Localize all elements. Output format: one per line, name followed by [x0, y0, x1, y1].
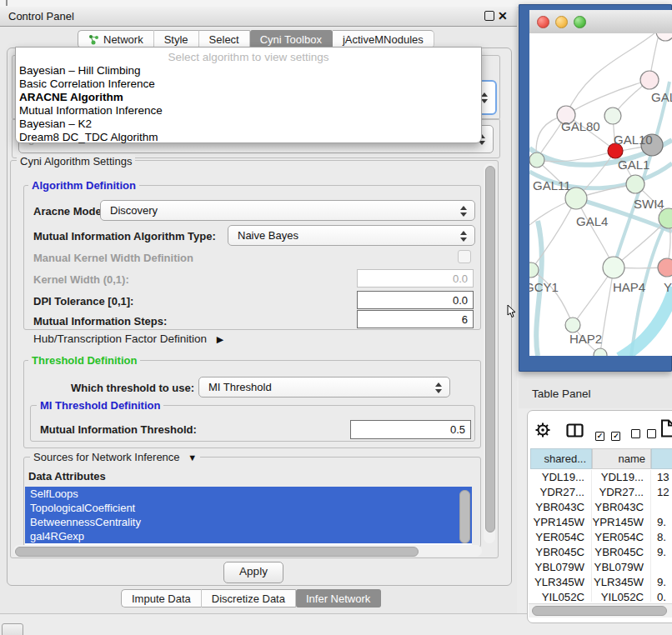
attribute-item-gal4rgexp[interactable]: gal4RGexp — [25, 529, 472, 543]
tab-discretize-data[interactable]: Discretize Data — [202, 589, 296, 608]
algorithm-option-bayesian-k2[interactable]: Bayesian – K2 — [16, 118, 481, 131]
table-cell: 0. — [651, 590, 666, 602]
table-hscroll-thumb[interactable] — [532, 606, 667, 616]
algorithm-option-mutual-information-inference[interactable]: Mutual Information Inference — [16, 104, 481, 118]
data-attributes-list: SelfLoopsTopologicalCoefficientBetweenne… — [25, 487, 472, 546]
tab-impute-data[interactable]: Impute Data — [121, 589, 202, 608]
apply-button[interactable]: Apply — [223, 562, 283, 583]
mi-threshold-input[interactable] — [350, 420, 471, 439]
mi-type-combo[interactable]: Naive Bayes — [228, 225, 475, 246]
hub-definition-toggle[interactable]: Hub/Transcription Factor Definition ▶ — [33, 332, 223, 345]
mi-steps-label: Mutual Information Steps: — [33, 315, 167, 328]
mi-threshold-legend: MI Threshold Definition — [37, 399, 163, 412]
select-all-checkboxes-icon[interactable]: ✓ ✓ — [595, 427, 620, 442]
settings-hscroll-thumb[interactable] — [15, 547, 419, 557]
network-node[interactable] — [640, 71, 659, 89]
settings-vscroll-thumb[interactable] — [485, 166, 495, 532]
close-icon[interactable]: ✕ — [498, 8, 508, 24]
table-panel-title: Table Panel — [532, 388, 591, 400]
table-row[interactable]: YBL079WYBL079W — [530, 560, 672, 575]
network-node[interactable] — [565, 318, 580, 332]
network-node[interactable] — [626, 175, 644, 193]
float-window-icon[interactable] — [484, 11, 494, 21]
manual-kernel-checkbox[interactable] — [458, 250, 471, 263]
network-node[interactable] — [658, 258, 672, 277]
network-node[interactable] — [529, 262, 539, 278]
attribute-item-betweennesscentrality[interactable]: BetweennessCentrality — [25, 515, 472, 529]
deselect-all-checkboxes-icon[interactable] — [631, 427, 656, 442]
tab-select[interactable]: Select — [199, 30, 250, 48]
combo-arrows-icon — [481, 92, 489, 103]
aracne-mode-combo[interactable]: Discovery — [100, 200, 475, 221]
table-row[interactable]: YDR27...YDR27...12 — [530, 485, 672, 500]
attribute-list-scrollbar[interactable] — [459, 490, 470, 543]
top-divider-tick — [6, 0, 8, 6]
tab-infer-network[interactable]: Infer Network — [296, 589, 381, 608]
aracne-mode-value: Discovery — [110, 204, 158, 217]
table-row[interactable]: YLR345WYLR345W9. — [530, 575, 672, 590]
table-cell: YBR045C — [530, 545, 592, 560]
tab-label: Impute Data — [132, 592, 191, 605]
tab-label: jActiveMNodules — [343, 33, 424, 46]
hub-definition-label: Hub/Transcription Factor Definition — [33, 332, 207, 345]
algorithm-definition-legend: Algorithm Definition — [28, 179, 139, 192]
dpi-tolerance-input[interactable] — [357, 291, 474, 309]
sources-legend[interactable]: Sources for Network Inference ▼ — [30, 451, 200, 463]
tab-label: Infer Network — [306, 592, 370, 605]
tab-network[interactable]: Network — [78, 30, 154, 48]
tab-label: Select — [209, 33, 239, 46]
table-cell — [651, 500, 657, 515]
attribute-item-topologicalcoefficient[interactable]: TopologicalCoefficient — [25, 501, 472, 515]
network-node[interactable] — [529, 152, 544, 168]
table-cell: YDR27... — [530, 485, 592, 500]
network-node[interactable] — [594, 348, 607, 356]
bottom-tabbar: Impute DataDiscretize DataInfer Network — [121, 589, 381, 608]
attribute-item-selfloops[interactable]: SelfLoops — [25, 487, 472, 501]
network-node[interactable] — [656, 33, 672, 41]
new-table-page-icon[interactable] — [660, 419, 672, 441]
mi-steps-input[interactable] — [357, 310, 474, 328]
table-row[interactable]: YBR045CYBR045C9. — [530, 545, 672, 560]
cyni-settings-legend: Cyni Algorithm Settings — [17, 155, 135, 168]
table-cell: 9. — [651, 545, 666, 560]
algorithm-option-dream8-dc-tdc-algorithm[interactable]: Dream8 DC_TDC Algorithm — [16, 131, 481, 144]
column-header-clipped[interactable] — [651, 448, 672, 469]
column-header-name[interactable]: name — [592, 448, 651, 469]
table-cell: YDL19... — [530, 470, 592, 485]
network-node[interactable] — [604, 108, 621, 124]
table-cell: YBL079W — [592, 560, 651, 575]
network-node[interactable] — [603, 257, 624, 278]
column-header-shared-name[interactable]: shared... — [530, 448, 592, 469]
table-cell: YBL079W — [530, 560, 592, 575]
kernel-width-label: Kernel Width (0,1): — [33, 273, 129, 286]
which-threshold-combo[interactable]: MI Threshold — [198, 377, 450, 398]
which-threshold-value: MI Threshold — [208, 381, 272, 393]
table-row[interactable]: YER054CYER054C8. — [530, 530, 672, 545]
algorithm-option-bayesian-hill-climbing[interactable]: Bayesian – Hill Climbing — [16, 64, 481, 78]
sources-legend-label: Sources for Network Inference — [33, 451, 180, 463]
network-canvas[interactable]: GAL80GAL10GAL1GAL11GAL4SWI4GCY1HAP4HAP2G… — [529, 33, 672, 356]
algorithm-option-basic-correlation-inference[interactable]: Basic Correlation Inference — [16, 78, 481, 91]
combo-arrows-icon — [460, 231, 468, 242]
node-label-gal80: GAL80 — [561, 119, 600, 133]
table-row[interactable]: YIL052CYIL052C0. — [530, 590, 672, 602]
show-columns-icon[interactable] — [566, 423, 584, 441]
table-row[interactable]: YDL19...YDL19...13 — [530, 470, 672, 485]
table-cell: YPR145W — [530, 515, 592, 530]
close-traffic-light-icon[interactable] — [537, 16, 549, 28]
node-label-gal4: GAL4 — [576, 214, 608, 228]
table-settings-gear-icon[interactable] — [534, 422, 551, 442]
minimize-traffic-light-icon[interactable] — [555, 16, 568, 28]
tab-cyni-toolbox[interactable]: Cyni Toolbox — [250, 30, 333, 48]
table-cell: 9. — [651, 575, 666, 590]
tab-style[interactable]: Style — [154, 30, 199, 48]
table-row[interactable]: YPR145WYPR145W9. — [530, 515, 672, 530]
tab-jactivemnodules[interactable]: jActiveMNodules — [333, 30, 434, 48]
mi-type-value: Naive Bayes — [238, 229, 298, 242]
table-row[interactable]: YBR043CYBR043C — [530, 500, 672, 515]
mi-type-label: Mutual Information Algorithm Type: — [33, 230, 216, 242]
kernel-width-input[interactable] — [357, 269, 474, 288]
zoom-traffic-light-icon[interactable] — [574, 16, 586, 28]
cropped-corner-button[interactable] — [2, 623, 23, 635]
algorithm-option-aracne-algorithm[interactable]: ARACNE Algorithm — [16, 91, 481, 104]
